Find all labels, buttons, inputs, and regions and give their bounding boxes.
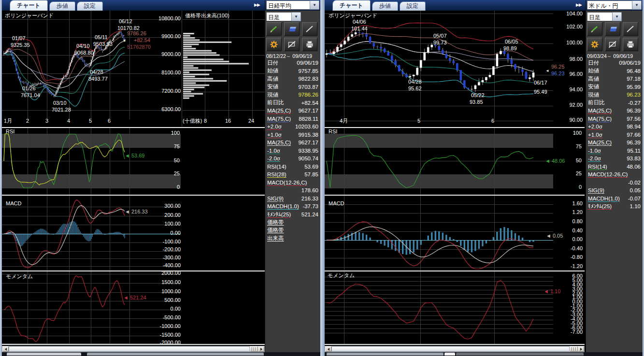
- row-value: 0.05: [630, 187, 641, 193]
- row-value: 95.99: [627, 84, 641, 90]
- row-label: 高値: [267, 75, 278, 83]
- row-label: 日付: [267, 59, 278, 67]
- tab-settings[interactable]: 設定: [400, 1, 426, 11]
- drawing-toolbar: [587, 22, 638, 51]
- table-row: MACDH(1.0) -0.07: [586, 195, 643, 203]
- row-value: 97.18: [627, 76, 641, 82]
- pencil-icon: [590, 25, 600, 33]
- table-row: 前日比 -0.27: [586, 99, 643, 107]
- row-value: 95.11: [627, 148, 641, 154]
- tool-print-button[interactable]: [302, 38, 317, 51]
- scroll-grip[interactable]: [250, 346, 258, 352]
- table-row: 安値 95.99: [586, 83, 643, 91]
- scroll-right-button[interactable]: [258, 346, 264, 352]
- period-select[interactable]: 日足 ▼: [266, 12, 301, 21]
- scroll-right-button[interactable]: [578, 346, 584, 352]
- scroll-left-button[interactable]: [2, 346, 9, 352]
- scroll-left-button[interactable]: [325, 346, 331, 352]
- pencil-icon: [269, 25, 279, 33]
- tab-quotes[interactable]: 歩値: [372, 1, 398, 11]
- h-scrollbar-right[interactable]: [325, 346, 585, 352]
- tab-settings[interactable]: 設定: [77, 1, 103, 11]
- row-label: 日付: [588, 59, 599, 67]
- scroll-grip[interactable]: [570, 346, 578, 352]
- row-value: 10203.60: [295, 124, 318, 129]
- tool-settings-button[interactable]: [266, 38, 282, 51]
- row-value: +82.54: [301, 100, 319, 106]
- row-value: 53.69: [304, 164, 318, 170]
- row-value: 09/06/19: [619, 60, 641, 66]
- table-row: MACD(12-26,C): [265, 179, 320, 187]
- table-row: MA(75,C) 97.56: [586, 115, 643, 123]
- chart-canvas-right[interactable]: [325, 11, 585, 346]
- background-window-edge: [2, 352, 320, 356]
- row-value: 48.06: [627, 164, 641, 170]
- symbol-select-value: 米ドル・円: [587, 0, 632, 10]
- tool-print-button[interactable]: [623, 38, 638, 51]
- info-panel-usdjpy: 米ドル・円 ▼ 日足 ▼ 09: [586, 0, 643, 356]
- tab-chart[interactable]: チャート: [332, 0, 371, 11]
- scroll-thumb[interactable]: [331, 346, 570, 352]
- row-value: -0.02: [628, 180, 641, 185]
- row-label: +2.0σ: [588, 124, 602, 129]
- row-label: -2.0σ: [267, 156, 280, 161]
- fast-forward-icon[interactable]: ▶▶: [254, 2, 260, 7]
- row-value: 9757.85: [298, 68, 318, 74]
- row-label: 始値: [267, 67, 278, 74]
- period-select-value: 日足: [587, 12, 612, 21]
- table-row: 日付 09/06/19: [265, 59, 320, 67]
- row-label: -1.0σ: [267, 148, 280, 154]
- tool-settings-button[interactable]: [587, 38, 602, 51]
- tool-trendline-button[interactable]: [623, 22, 638, 36]
- tab-quotes[interactable]: 歩値: [49, 1, 75, 11]
- tool-pencil-button[interactable]: [587, 22, 602, 36]
- symbol-select[interactable]: 日経平均 ▼: [266, 0, 319, 10]
- tool-trendline-button[interactable]: [302, 22, 317, 36]
- chart-canvas-left[interactable]: [2, 11, 265, 346]
- scroll-thumb[interactable]: [9, 346, 250, 352]
- quote-table: 日付 09/06/19 始値 9757.85 高値 9822.83 安値 970…: [265, 59, 320, 218]
- table-row: RSI(28) 57.85: [265, 171, 320, 179]
- symbol-select-value: 日経平均: [266, 0, 310, 10]
- chevron-down-icon[interactable]: ▼: [291, 12, 301, 21]
- row-label: MA(25,C): [267, 108, 291, 114]
- chevron-down-icon[interactable]: ▼: [612, 12, 622, 21]
- indicator-link[interactable]: 価格帯: [267, 218, 284, 227]
- row-value: 57.85: [304, 171, 318, 177]
- tool-screen-button[interactable]: [284, 38, 300, 51]
- row-label: -2.0σ: [588, 156, 601, 161]
- chevron-down-icon[interactable]: ▼: [632, 0, 642, 10]
- table-row: 高値 97.18: [586, 75, 643, 83]
- screen-off-icon: [608, 40, 617, 49]
- row-value: 9786.26: [298, 92, 318, 98]
- tool-eraser-button[interactable]: [284, 22, 300, 36]
- row-value: 96.48: [627, 68, 641, 74]
- h-scrollbar-left[interactable]: [2, 346, 265, 352]
- tool-screen-button[interactable]: [605, 38, 620, 51]
- table-row: +2.0σ 98.94: [586, 123, 643, 131]
- period-select[interactable]: 日足 ▼: [587, 12, 622, 21]
- window-frame-left: [0, 0, 2, 356]
- drawing-toolbar: [266, 22, 317, 51]
- row-label: 現値: [588, 91, 599, 99]
- table-row: MA(25,C) 9627.17: [265, 107, 320, 115]
- row-label: 現値: [267, 91, 278, 99]
- row-label: RSI(28): [267, 171, 286, 177]
- table-row: RSI(14) 48.06: [586, 163, 643, 171]
- fast-forward-icon[interactable]: ▶▶: [576, 2, 582, 7]
- row-label: ﾓﾒﾝﾀﾑ(25): [588, 203, 612, 209]
- indicator-link[interactable]: 価格帯: [267, 227, 284, 235]
- table-row: -2.0σ 93.83: [586, 155, 643, 163]
- tool-eraser-button[interactable]: [605, 22, 620, 36]
- chevron-down-icon[interactable]: ▼: [310, 0, 319, 10]
- tab-chart[interactable]: チャート: [10, 0, 48, 11]
- row-label: 高値: [588, 75, 599, 83]
- symbol-select[interactable]: 米ドル・円 ▼: [587, 0, 642, 10]
- indicator-link[interactable]: 出来高: [267, 234, 284, 242]
- gear-icon: [590, 40, 600, 49]
- row-value: -0.07: [628, 196, 641, 201]
- quote-table: 日付 09/06/19 始値 96.48 高値 97.18 安値 95.99: [586, 59, 643, 211]
- tool-pencil-button[interactable]: [266, 22, 282, 36]
- table-row: 高値 9822.83: [265, 75, 320, 83]
- row-value: 9627.17: [298, 108, 318, 114]
